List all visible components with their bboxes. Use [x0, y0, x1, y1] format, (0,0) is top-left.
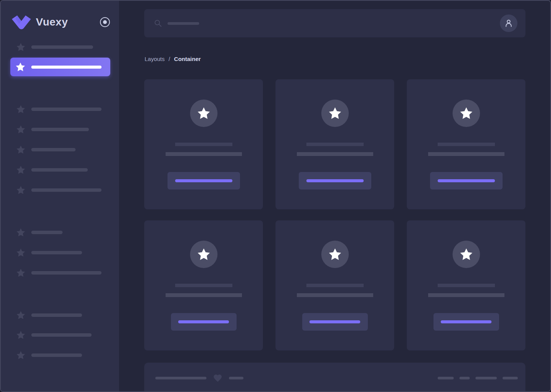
footer-link-bar	[475, 377, 497, 379]
star-icon	[459, 106, 473, 120]
footer-link-bar	[459, 377, 470, 379]
footer-link-bar	[438, 377, 454, 379]
star-icon	[16, 145, 26, 154]
vuexy-logo-icon	[11, 15, 31, 29]
sidebar-item[interactable]	[1, 310, 119, 320]
card-grid	[144, 79, 525, 350]
sidebar-item[interactable]	[1, 164, 119, 175]
sidebar: Vuexy	[1, 1, 119, 391]
card-avatar-circle	[321, 100, 349, 127]
card-subtitle-bar	[166, 293, 242, 297]
card-action-button[interactable]	[302, 313, 368, 331]
card-avatar-circle	[453, 241, 480, 268]
sidebar-item-label-bar	[31, 108, 102, 111]
card-title-bar	[175, 284, 232, 287]
footer-text-bar	[229, 377, 243, 379]
star-icon	[459, 247, 473, 261]
card-subtitle-bar	[297, 152, 373, 156]
card-action-button[interactable]	[430, 172, 503, 190]
breadcrumb: Layouts / Container	[145, 56, 201, 62]
placeholder-card	[276, 79, 394, 209]
breadcrumb-separator: /	[169, 56, 170, 62]
card-subtitle-bar	[297, 293, 373, 297]
star-icon	[16, 268, 26, 278]
main-content: Layouts / Container	[119, 1, 550, 391]
card-title-bar	[306, 143, 364, 146]
card-subtitle-bar	[428, 152, 504, 156]
card-avatar-circle	[453, 100, 480, 127]
card-action-button[interactable]	[299, 172, 371, 190]
sidebar-item-label-bar	[31, 66, 102, 69]
footer-text-bar	[155, 377, 206, 379]
card-button-label-bar	[306, 179, 364, 182]
card-button-label-bar	[178, 320, 229, 323]
sidebar-item[interactable]	[1, 124, 119, 135]
card-title-bar	[438, 284, 495, 287]
search-icon	[154, 19, 162, 27]
star-icon	[16, 310, 26, 320]
star-icon	[16, 350, 26, 360]
sidebar-item-label-bar	[31, 333, 92, 337]
star-icon	[16, 104, 26, 114]
placeholder-card	[407, 79, 525, 209]
sidebar-item[interactable]	[1, 247, 119, 258]
placeholder-card	[407, 220, 525, 350]
sidebar-item-label-bar	[31, 188, 102, 192]
app-window: Vuexy Layouts / Container	[0, 0, 551, 392]
star-icon	[197, 106, 211, 120]
card-avatar-circle	[190, 100, 218, 127]
sidebar-item[interactable]	[1, 144, 119, 155]
sidebar-item-label-bar	[31, 271, 102, 275]
sidebar-item-label-bar	[31, 168, 88, 172]
global-search-bar[interactable]	[144, 9, 525, 37]
star-icon	[15, 62, 26, 72]
sidebar-item[interactable]	[1, 350, 119, 360]
sidebar-item[interactable]	[1, 42, 119, 52]
card-button-label-bar	[441, 320, 491, 323]
sidebar-item-label-bar	[31, 231, 63, 234]
logo-row: Vuexy	[11, 14, 110, 31]
footer-left-group	[155, 373, 243, 382]
sidebar-item-label-bar	[31, 148, 76, 151]
heart-icon	[213, 373, 222, 383]
app-title: Vuexy	[36, 16, 68, 28]
card-subtitle-bar	[166, 152, 242, 156]
card-button-label-bar	[438, 179, 495, 182]
star-icon	[197, 247, 211, 261]
card-subtitle-bar	[428, 293, 504, 297]
sidebar-item[interactable]	[1, 185, 119, 195]
user-avatar[interactable]	[500, 14, 517, 32]
card-title-bar	[438, 143, 495, 146]
sidebar-item[interactable]	[1, 329, 119, 340]
card-avatar-circle	[321, 241, 349, 268]
card-title-bar	[306, 284, 364, 287]
star-icon	[16, 42, 26, 52]
placeholder-card	[144, 220, 263, 350]
sidebar-item-label-bar	[31, 353, 82, 357]
star-icon	[16, 185, 26, 195]
star-icon	[16, 165, 26, 175]
card-action-button[interactable]	[433, 313, 499, 331]
card-title-bar	[175, 143, 232, 146]
sidebar-item-label-bar	[31, 128, 89, 131]
footer-right-group	[438, 373, 518, 382]
card-button-label-bar	[175, 179, 232, 182]
star-icon	[16, 228, 26, 237]
card-action-button[interactable]	[171, 313, 237, 331]
star-icon	[16, 125, 26, 134]
sidebar-pin-toggle-icon[interactable]	[100, 17, 110, 27]
sidebar-item-label-bar	[31, 45, 93, 49]
placeholder-card	[144, 79, 263, 209]
star-icon	[16, 330, 26, 340]
sidebar-item[interactable]	[1, 227, 119, 238]
card-action-button[interactable]	[168, 172, 240, 190]
star-icon	[16, 248, 26, 257]
sidebar-item[interactable]	[1, 267, 119, 278]
breadcrumb-link-layouts[interactable]: Layouts	[145, 56, 165, 62]
sidebar-item-active[interactable]	[10, 58, 110, 76]
card-button-label-bar	[309, 320, 360, 323]
sidebar-item-label-bar	[31, 313, 82, 317]
person-icon	[504, 19, 513, 28]
star-icon	[328, 106, 342, 120]
sidebar-item[interactable]	[1, 104, 119, 114]
